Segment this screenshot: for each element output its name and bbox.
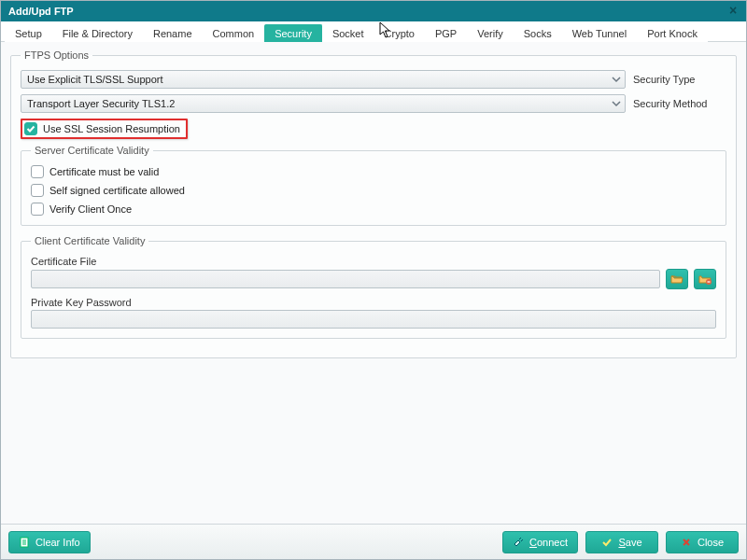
content-area: FTPS Options Use Explicit TLS/SSL Suppor… — [1, 42, 746, 522]
tab-common[interactable]: Common — [203, 24, 265, 42]
client-cert-legend: Client Certificate Validity — [31, 235, 148, 246]
security-type-select[interactable]: Use Explicit TLS/SSL Support — [21, 70, 626, 89]
plug-icon — [513, 537, 524, 548]
connect-label: Connect — [529, 537, 568, 548]
clear-info-button[interactable]: Clear Info — [8, 531, 91, 553]
self-signed-allowed-label: Self signed certificate allowed — [49, 185, 185, 196]
self-signed-allowed-checkbox[interactable]: Self signed certificate allowed — [31, 184, 185, 197]
clear-info-label: Clear Info — [35, 537, 80, 548]
tab-web-tunnel[interactable]: Web Tunnel — [562, 24, 638, 42]
close-label: Close — [698, 537, 724, 548]
checkbox-unchecked-icon — [31, 165, 44, 178]
title-bar: Add/Upd FTP × — [1, 1, 746, 21]
tab-security[interactable]: Security — [264, 24, 322, 42]
security-type-label: Security Type — [633, 74, 726, 85]
private-key-password-input[interactable] — [31, 310, 716, 329]
client-cert-group: Client Certificate Validity Certificate … — [21, 235, 726, 339]
tab-crypto[interactable]: Crypto — [374, 24, 425, 42]
window-title: Add/Upd FTP — [8, 6, 74, 17]
footer-bar: Clear Info Connect Save Close — [1, 524, 746, 559]
tab-bar: Setup File & Directory Rename Common Sec… — [1, 21, 746, 42]
clear-file-button[interactable] — [694, 269, 716, 289]
ftps-options-legend: FTPS Options — [21, 49, 92, 61]
security-method-value: Transport Layer Security TLS1.2 — [27, 98, 175, 109]
highlight-box: Use SSL Session Resumption — [21, 119, 188, 139]
tab-port-knock[interactable]: Port Knock — [637, 24, 708, 42]
ssl-session-resumption-checkbox[interactable]: Use SSL Session Resumption — [24, 122, 180, 135]
tab-setup[interactable]: Setup — [5, 24, 52, 42]
check-icon — [601, 537, 613, 548]
chevron-down-icon — [612, 99, 621, 108]
checkbox-unchecked-icon — [31, 203, 44, 216]
save-button[interactable]: Save — [585, 531, 658, 553]
chevron-down-icon — [612, 75, 621, 84]
server-cert-group: Server Certificate Validity Certificate … — [21, 145, 726, 226]
checkbox-checked-icon — [24, 122, 37, 135]
private-key-password-label: Private Key Password — [31, 297, 716, 308]
window-close-button[interactable]: × — [726, 3, 740, 18]
certificate-file-input[interactable] — [31, 270, 660, 288]
cert-must-be-valid-checkbox[interactable]: Certificate must be valid — [31, 165, 159, 178]
browse-file-button[interactable] — [666, 269, 688, 289]
ssl-session-resumption-label: Use SSL Session Resumption — [43, 123, 180, 134]
tab-file-directory[interactable]: File & Directory — [52, 24, 143, 42]
cert-must-be-valid-label: Certificate must be valid — [49, 166, 159, 177]
verify-client-once-label: Verify Client Once — [49, 203, 132, 215]
verify-client-once-checkbox[interactable]: Verify Client Once — [31, 203, 132, 216]
ftps-options-group: FTPS Options Use Explicit TLS/SSL Suppor… — [10, 49, 737, 358]
security-type-value: Use Explicit TLS/SSL Support — [27, 74, 163, 85]
tab-socket[interactable]: Socket — [322, 24, 374, 42]
checkbox-unchecked-icon — [31, 184, 44, 197]
folder-open-icon — [670, 273, 684, 285]
tab-socks[interactable]: Socks — [514, 24, 562, 42]
close-button[interactable]: Close — [666, 531, 739, 553]
server-cert-legend: Server Certificate Validity — [31, 145, 153, 156]
tab-rename[interactable]: Rename — [143, 24, 203, 42]
certificate-file-label: Certificate File — [31, 256, 716, 267]
tab-pgp[interactable]: PGP — [425, 24, 467, 42]
document-icon — [19, 537, 30, 548]
x-icon — [681, 537, 692, 548]
tab-verify[interactable]: Verify — [467, 24, 514, 42]
security-method-label: Security Method — [633, 98, 726, 109]
save-label: Save — [618, 537, 641, 548]
security-method-select[interactable]: Transport Layer Security TLS1.2 — [21, 94, 626, 113]
connect-button[interactable]: Connect — [502, 531, 578, 553]
folder-remove-icon — [698, 273, 712, 285]
